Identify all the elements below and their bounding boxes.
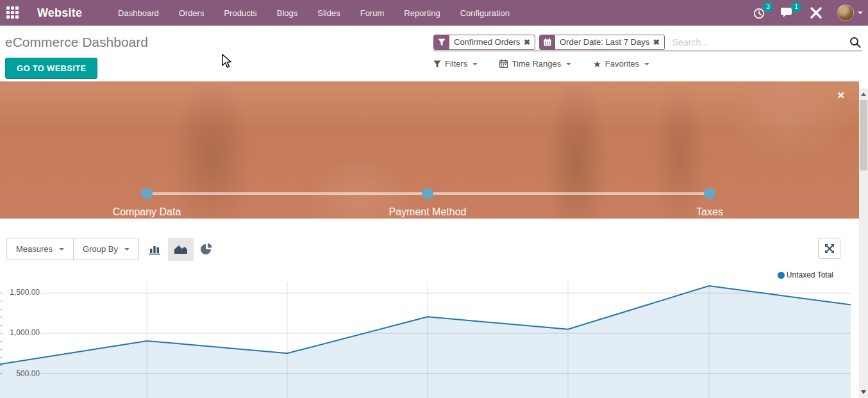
user-avatar xyxy=(837,4,854,21)
chevron-down-icon xyxy=(472,63,478,65)
filters-dropdown[interactable]: Filters xyxy=(433,59,478,69)
group-by-label: Group By xyxy=(83,244,118,254)
menu-dashboard[interactable]: Dashboard xyxy=(118,6,159,21)
bar-chart-icon[interactable] xyxy=(142,238,168,261)
chevron-down-icon xyxy=(566,63,571,65)
top-navbar: Website Dashboard Orders Products Blogs … xyxy=(0,0,868,26)
scroll-down-icon[interactable] xyxy=(861,390,866,394)
measures-button[interactable]: Measures xyxy=(6,238,74,260)
step-dot xyxy=(704,188,715,199)
vertical-scrollbar[interactable] xyxy=(859,88,868,398)
step-title: Company Data xyxy=(57,206,237,218)
menu-products[interactable]: Products xyxy=(224,6,256,21)
area-chart-icon[interactable] xyxy=(168,238,194,261)
chevron-down-icon xyxy=(124,248,129,251)
menu-orders[interactable]: Orders xyxy=(179,6,204,21)
facet-label: Confirmed Orders ✖ xyxy=(449,35,535,49)
messages-icon[interactable]: 1 xyxy=(781,6,795,20)
facet-label: Order Date: Last 7 Days ✖ xyxy=(555,35,664,49)
step-dot xyxy=(141,188,153,199)
chevron-down-icon xyxy=(858,12,863,14)
apps-menu-icon[interactable] xyxy=(6,6,19,19)
calendar-icon xyxy=(499,60,508,68)
menu-blogs[interactable]: Blogs xyxy=(277,6,298,21)
onboarding-banner: ✕ Company Data Set your company's data f… xyxy=(0,81,859,219)
time-ranges-label: Time Ranges xyxy=(512,59,561,69)
expand-chart-button[interactable] xyxy=(818,238,840,259)
step-dot xyxy=(422,188,433,199)
onboarding-step-company-data: Company Data Set your company's data for… xyxy=(57,206,237,219)
time-ranges-dropdown[interactable]: Time Ranges xyxy=(499,59,571,69)
main-menu: Dashboard Orders Products Blogs Slides F… xyxy=(118,6,510,21)
menu-slides[interactable]: Slides xyxy=(317,6,340,21)
area-chart-canvas xyxy=(0,282,851,398)
activities-icon[interactable]: 3 xyxy=(753,6,767,20)
menu-reporting[interactable]: Reporting xyxy=(404,6,440,21)
group-by-button[interactable]: Group By xyxy=(74,238,139,260)
arrows-expand-icon xyxy=(824,244,835,254)
pie-chart-icon[interactable] xyxy=(194,238,219,261)
page-title: eCommerce Dashboard xyxy=(5,35,148,50)
facet-remove-icon[interactable]: ✖ xyxy=(524,38,530,47)
step-title: Taxes xyxy=(620,206,799,218)
control-panel: eCommerce Dashboard GO TO WEBSITE Confir… xyxy=(0,26,868,81)
chevron-down-icon xyxy=(644,63,649,65)
message-count-badge: 1 xyxy=(791,2,801,12)
filter-icon xyxy=(434,35,449,49)
favorites-dropdown[interactable]: ★ Favorites xyxy=(593,59,649,69)
chevron-down-icon xyxy=(59,248,64,251)
measures-label: Measures xyxy=(16,244,53,254)
legend-label: Untaxed Total xyxy=(787,270,833,279)
ecommerce-dashboard-page: Website Dashboard Orders Products Blogs … xyxy=(0,0,868,398)
favorites-label: Favorites xyxy=(605,59,639,69)
y-axis-tick: 1,000.00 xyxy=(3,328,40,337)
y-axis-tick: 500.00 xyxy=(3,369,40,378)
search-input[interactable] xyxy=(669,37,849,47)
search-icon[interactable] xyxy=(849,37,861,48)
facet-order-date[interactable]: Order Date: Last 7 Days ✖ xyxy=(539,35,665,50)
activity-count-badge: 3 xyxy=(763,2,773,12)
app-brand[interactable]: Website xyxy=(37,6,82,20)
user-menu[interactable] xyxy=(837,4,863,21)
y-axis-tick: 1,500.00 xyxy=(3,288,40,297)
filter-icon xyxy=(433,60,441,68)
filters-label: Filters xyxy=(445,59,467,69)
star-icon: ★ xyxy=(593,60,601,69)
facet-confirmed-orders[interactable]: Confirmed Orders ✖ xyxy=(433,35,535,50)
graph-toolbar: Measures Group By xyxy=(0,219,859,282)
banner-close-icon[interactable]: ✕ xyxy=(837,90,845,100)
legend-dot-icon xyxy=(778,272,785,279)
calendar-icon xyxy=(540,35,555,49)
search-options-row: Filters Time Ranges ★ Favorites xyxy=(433,59,649,69)
step-title: Payment Method xyxy=(338,206,517,218)
chart-legend: Untaxed Total xyxy=(778,270,833,279)
developer-tools-icon[interactable] xyxy=(809,6,823,20)
scroll-up-icon[interactable] xyxy=(861,92,866,96)
graph-controls: Measures Group By xyxy=(6,238,139,260)
navbar-systray: 3 1 xyxy=(753,0,863,26)
go-to-website-button[interactable]: GO TO WEBSITE xyxy=(5,58,97,79)
search-bar[interactable]: Confirmed Orders ✖ Order Date: Last 7 Da… xyxy=(433,33,862,51)
chart-type-switcher xyxy=(142,238,219,261)
scrollbar-thumb[interactable] xyxy=(860,100,867,170)
area-chart[interactable]: 1,500.00 1,000.00 500.00 xyxy=(0,282,851,398)
menu-forum[interactable]: Forum xyxy=(360,6,385,21)
menu-configuration[interactable]: Configuration xyxy=(460,6,510,21)
onboarding-step-payment-method: Payment Method Configure your payment me… xyxy=(338,206,517,219)
facet-remove-icon[interactable]: ✖ xyxy=(653,38,660,47)
onboarding-step-taxes: Taxes Choose a default sales tax for you… xyxy=(620,206,799,219)
